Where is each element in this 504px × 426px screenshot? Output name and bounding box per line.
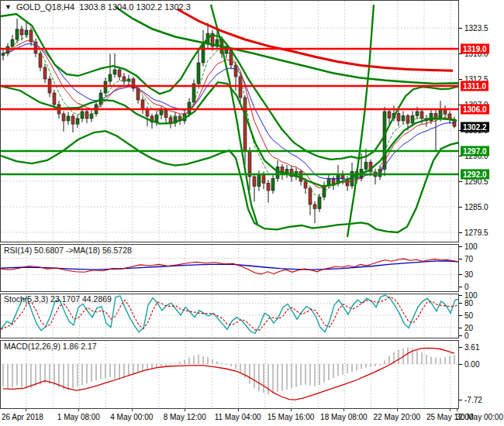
price-tick-label: 1285.0 <box>464 203 488 211</box>
axis-tick-mark <box>459 347 462 348</box>
current-price-badge: 1302.2 <box>461 122 489 132</box>
macd-tick-label: -7.72 <box>464 396 482 404</box>
axis-tick-mark <box>459 303 462 304</box>
date-tick-label: 11 May 04:00 <box>215 413 261 421</box>
axis-tick-mark <box>459 246 462 247</box>
stoch-tick-label: 20 <box>464 323 473 332</box>
date-tick-label: 30 May 00:00 <box>456 413 503 421</box>
price-level-badge: 1297.0 <box>461 146 489 156</box>
date-tick-label: 26 Apr 2018 <box>2 413 43 421</box>
price-level-badge: 1306.0 <box>461 105 489 115</box>
rsi-tick-label: 100 <box>464 242 478 251</box>
ohlc-values: 1303.8 1304.0 1302.2 1302.3 <box>79 2 191 12</box>
rsi-label: RSI(14) 50.6807 ->MA(18) 56.5728 <box>4 246 132 255</box>
price-level-badge: 1319.0 <box>461 44 489 54</box>
axis-tick-mark <box>459 79 462 80</box>
date-tick-label: 22 May 20:00 <box>373 413 420 421</box>
axis-tick-mark <box>459 295 462 296</box>
axis-tick-mark <box>459 328 462 328</box>
stoch-tick-label: 0 <box>464 332 469 340</box>
macd-canvas[interactable] <box>1 341 458 408</box>
stochastic-label: Stoch(5,3,3) 23.1707 44.2869 <box>4 294 112 304</box>
macd-tick-label: 3.61 <box>464 343 479 352</box>
time-tick-mark <box>457 409 457 411</box>
rsi-tick-label: 70 <box>464 254 473 263</box>
time-tick-mark <box>78 409 79 411</box>
chart-title: ▼ GOLD_Q18,H4 1303.8 1304.0 1302.2 1302.… <box>5 2 191 12</box>
price-level-badge: 1292.0 <box>461 170 489 180</box>
date-tick-label: 8 May 12:00 <box>164 413 206 421</box>
symbol-dropdown-icon[interactable]: ▼ <box>5 3 12 11</box>
price-level-badge: 1311.0 <box>461 81 488 91</box>
rsi-tick-label: 30 <box>464 270 473 279</box>
main-chart-canvas[interactable] <box>1 1 458 242</box>
time-tick-mark <box>238 409 239 411</box>
stoch-tick-label: 50 <box>464 311 473 320</box>
axis-tick-mark <box>459 181 462 182</box>
axis-tick-mark <box>459 364 462 365</box>
axis-tick-mark <box>459 207 462 208</box>
time-tick-mark <box>132 409 133 411</box>
axis-tick-mark <box>459 232 462 233</box>
stoch-tick-label: 100 <box>464 291 478 300</box>
date-tick-label: 18 May 08:00 <box>320 413 368 421</box>
mt4-chart-window: ▼ GOLD_Q18,H4 1303.8 1304.0 1302.2 1302.… <box>0 0 504 426</box>
axis-tick-mark <box>459 259 462 259</box>
time-tick-mark <box>343 409 344 411</box>
date-tick-label: 15 May 16:00 <box>268 413 315 421</box>
time-tick-mark <box>291 409 292 411</box>
axis-tick-mark <box>459 315 462 316</box>
time-tick-mark <box>185 409 185 411</box>
price-tick-label: 1323.5 <box>464 24 488 33</box>
time-tick-mark <box>26 409 26 411</box>
price-axis: 1323.51318.01312.51307.01301.51296.01290… <box>459 0 504 426</box>
axis-tick-mark <box>459 28 462 29</box>
axis-tick-mark <box>459 287 462 287</box>
price-tick-label: 1279.5 <box>464 228 488 237</box>
rsi-tick-label: 0 <box>464 283 469 291</box>
date-tick-label: 1 May 08:00 <box>57 413 100 421</box>
main-chart-panel[interactable] <box>0 0 459 242</box>
macd-tick-label: 0.00 <box>464 360 479 369</box>
axis-tick-mark <box>459 274 462 275</box>
symbol-label: GOLD_Q18,H4 <box>16 2 74 12</box>
time-axis: 26 Apr 20181 May 08:004 May 00:008 May 1… <box>0 409 504 426</box>
date-tick-label: 4 May 00:00 <box>110 413 153 421</box>
macd-label: MACD(12,26,9) 1.86 2.17 <box>4 342 97 351</box>
stoch-tick-label: 80 <box>464 299 473 307</box>
axis-tick-mark <box>459 335 462 336</box>
axis-tick-mark <box>459 400 462 400</box>
time-tick-mark <box>397 409 398 411</box>
time-tick-mark <box>450 409 450 411</box>
